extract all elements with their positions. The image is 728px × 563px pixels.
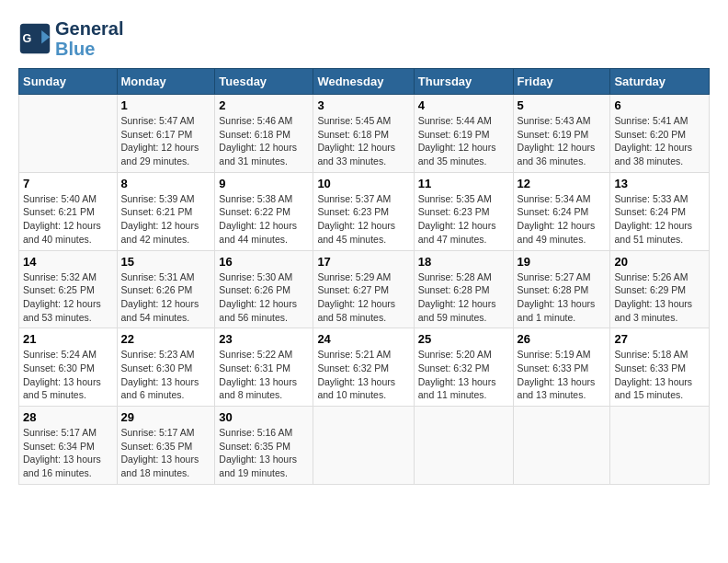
svg-text:G: G: [23, 32, 32, 45]
day-info: Sunrise: 5:39 AM Sunset: 6:21 PM Dayligh…: [121, 192, 211, 247]
calendar-cell: 21Sunrise: 5:24 AM Sunset: 6:30 PM Dayli…: [19, 328, 118, 407]
day-info: Sunrise: 5:47 AM Sunset: 6:17 PM Dayligh…: [121, 114, 211, 168]
day-info: Sunrise: 5:30 AM Sunset: 6:26 PM Dayligh…: [219, 270, 309, 325]
day-info: Sunrise: 5:28 AM Sunset: 6:28 PM Dayligh…: [418, 270, 509, 325]
day-number: 1: [121, 98, 211, 112]
calendar-cell: 9Sunrise: 5:38 AM Sunset: 6:22 PM Daylig…: [215, 172, 313, 250]
calendar-cell: 24Sunrise: 5:21 AM Sunset: 6:32 PM Dayli…: [313, 328, 414, 407]
calendar-cell: 7Sunrise: 5:40 AM Sunset: 6:21 PM Daylig…: [19, 172, 118, 250]
calendar-cell: 17Sunrise: 5:29 AM Sunset: 6:27 PM Dayli…: [313, 250, 414, 328]
day-number: 30: [219, 410, 309, 424]
day-info: Sunrise: 5:23 AM Sunset: 6:30 PM Dayligh…: [121, 348, 211, 402]
day-number: 21: [23, 332, 113, 346]
day-info: Sunrise: 5:17 AM Sunset: 6:34 PM Dayligh…: [23, 426, 113, 480]
calendar-cell: 25Sunrise: 5:20 AM Sunset: 6:32 PM Dayli…: [414, 328, 513, 407]
day-info: Sunrise: 5:24 AM Sunset: 6:30 PM Dayligh…: [23, 348, 113, 402]
day-info: Sunrise: 5:16 AM Sunset: 6:35 PM Dayligh…: [219, 426, 309, 480]
calendar-cell: 12Sunrise: 5:34 AM Sunset: 6:24 PM Dayli…: [513, 172, 610, 250]
logo-blue: Blue: [55, 39, 123, 59]
day-info: Sunrise: 5:44 AM Sunset: 6:19 PM Dayligh…: [418, 114, 509, 168]
weekday-header-friday: Friday: [513, 69, 610, 95]
day-number: 23: [219, 332, 309, 346]
week-row-5: 28Sunrise: 5:17 AM Sunset: 6:34 PM Dayli…: [19, 407, 710, 485]
day-number: 5: [518, 98, 607, 112]
day-info: Sunrise: 5:27 AM Sunset: 6:28 PM Dayligh…: [518, 270, 607, 325]
day-number: 20: [614, 255, 705, 269]
day-info: Sunrise: 5:37 AM Sunset: 6:23 PM Dayligh…: [317, 192, 409, 247]
calendar-cell: 4Sunrise: 5:44 AM Sunset: 6:19 PM Daylig…: [414, 95, 513, 173]
day-number: 8: [121, 177, 211, 190]
day-number: 13: [614, 177, 705, 190]
calendar-cell: 8Sunrise: 5:39 AM Sunset: 6:21 PM Daylig…: [117, 172, 215, 250]
calendar-cell: 15Sunrise: 5:31 AM Sunset: 6:26 PM Dayli…: [117, 250, 215, 328]
calendar-cell: 11Sunrise: 5:35 AM Sunset: 6:23 PM Dayli…: [414, 172, 513, 250]
day-info: Sunrise: 5:46 AM Sunset: 6:18 PM Dayligh…: [219, 114, 309, 168]
day-number: 4: [418, 98, 509, 112]
day-info: Sunrise: 5:29 AM Sunset: 6:27 PM Dayligh…: [317, 270, 409, 325]
weekday-header-thursday: Thursday: [414, 69, 513, 95]
week-row-3: 14Sunrise: 5:32 AM Sunset: 6:25 PM Dayli…: [19, 250, 710, 328]
day-info: Sunrise: 5:40 AM Sunset: 6:21 PM Dayligh…: [23, 192, 113, 247]
weekday-header-sunday: Sunday: [19, 69, 118, 95]
weekday-header-row: SundayMondayTuesdayWednesdayThursdayFrid…: [19, 69, 710, 95]
day-number: 19: [518, 255, 607, 269]
day-info: Sunrise: 5:21 AM Sunset: 6:32 PM Dayligh…: [317, 348, 409, 402]
calendar-cell: [313, 407, 414, 485]
day-info: Sunrise: 5:18 AM Sunset: 6:33 PM Dayligh…: [614, 348, 705, 402]
day-number: 24: [317, 332, 409, 346]
calendar-cell: [19, 95, 118, 173]
calendar-cell: 13Sunrise: 5:33 AM Sunset: 6:24 PM Dayli…: [610, 172, 710, 250]
day-info: Sunrise: 5:20 AM Sunset: 6:32 PM Dayligh…: [418, 348, 509, 402]
page-header: G General Blue: [18, 18, 710, 59]
day-info: Sunrise: 5:17 AM Sunset: 6:35 PM Dayligh…: [121, 426, 211, 480]
day-number: 6: [614, 98, 705, 112]
day-info: Sunrise: 5:41 AM Sunset: 6:20 PM Dayligh…: [614, 114, 705, 168]
day-info: Sunrise: 5:19 AM Sunset: 6:33 PM Dayligh…: [518, 348, 607, 402]
day-number: 17: [317, 255, 409, 269]
calendar-cell: 29Sunrise: 5:17 AM Sunset: 6:35 PM Dayli…: [117, 407, 215, 485]
calendar-cell: [414, 407, 513, 485]
day-info: Sunrise: 5:34 AM Sunset: 6:24 PM Dayligh…: [518, 192, 607, 247]
week-row-4: 21Sunrise: 5:24 AM Sunset: 6:30 PM Dayli…: [19, 328, 710, 407]
calendar-cell: 20Sunrise: 5:26 AM Sunset: 6:29 PM Dayli…: [610, 250, 710, 328]
calendar-cell: 19Sunrise: 5:27 AM Sunset: 6:28 PM Dayli…: [513, 250, 610, 328]
calendar-cell: 22Sunrise: 5:23 AM Sunset: 6:30 PM Dayli…: [117, 328, 215, 407]
day-number: 26: [518, 332, 607, 346]
weekday-header-monday: Monday: [117, 69, 215, 95]
weekday-header-wednesday: Wednesday: [313, 69, 414, 95]
calendar-cell: 1Sunrise: 5:47 AM Sunset: 6:17 PM Daylig…: [117, 95, 215, 173]
day-info: Sunrise: 5:43 AM Sunset: 6:19 PM Dayligh…: [518, 114, 607, 168]
day-number: 11: [418, 177, 509, 190]
day-number: 12: [518, 177, 607, 190]
day-number: 18: [418, 255, 509, 269]
day-info: Sunrise: 5:31 AM Sunset: 6:26 PM Dayligh…: [121, 270, 211, 325]
day-number: 29: [121, 410, 211, 424]
day-number: 10: [317, 177, 409, 190]
calendar-cell: 30Sunrise: 5:16 AM Sunset: 6:35 PM Dayli…: [215, 407, 313, 485]
calendar-cell: 27Sunrise: 5:18 AM Sunset: 6:33 PM Dayli…: [610, 328, 710, 407]
day-number: 22: [121, 332, 211, 346]
calendar-cell: [610, 407, 710, 485]
day-number: 16: [219, 255, 309, 269]
calendar-cell: 2Sunrise: 5:46 AM Sunset: 6:18 PM Daylig…: [215, 95, 313, 173]
calendar-cell: 16Sunrise: 5:30 AM Sunset: 6:26 PM Dayli…: [215, 250, 313, 328]
day-number: 25: [418, 332, 509, 346]
calendar-cell: 23Sunrise: 5:22 AM Sunset: 6:31 PM Dayli…: [215, 328, 313, 407]
day-info: Sunrise: 5:32 AM Sunset: 6:25 PM Dayligh…: [23, 270, 113, 325]
day-info: Sunrise: 5:35 AM Sunset: 6:23 PM Dayligh…: [418, 192, 509, 247]
week-row-2: 7Sunrise: 5:40 AM Sunset: 6:21 PM Daylig…: [19, 172, 710, 250]
day-number: 9: [219, 177, 309, 190]
logo-general: General: [55, 18, 123, 39]
day-info: Sunrise: 5:26 AM Sunset: 6:29 PM Dayligh…: [614, 270, 705, 325]
calendar-cell: 26Sunrise: 5:19 AM Sunset: 6:33 PM Dayli…: [513, 328, 610, 407]
week-row-1: 1Sunrise: 5:47 AM Sunset: 6:17 PM Daylig…: [19, 95, 710, 173]
calendar-cell: 18Sunrise: 5:28 AM Sunset: 6:28 PM Dayli…: [414, 250, 513, 328]
calendar-cell: 5Sunrise: 5:43 AM Sunset: 6:19 PM Daylig…: [513, 95, 610, 173]
calendar-cell: 6Sunrise: 5:41 AM Sunset: 6:20 PM Daylig…: [610, 95, 710, 173]
calendar-cell: 10Sunrise: 5:37 AM Sunset: 6:23 PM Dayli…: [313, 172, 414, 250]
weekday-header-tuesday: Tuesday: [215, 69, 313, 95]
day-info: Sunrise: 5:33 AM Sunset: 6:24 PM Dayligh…: [614, 192, 705, 247]
calendar-cell: 28Sunrise: 5:17 AM Sunset: 6:34 PM Dayli…: [19, 407, 118, 485]
logo-icon: G: [18, 22, 51, 55]
day-number: 28: [23, 410, 113, 424]
